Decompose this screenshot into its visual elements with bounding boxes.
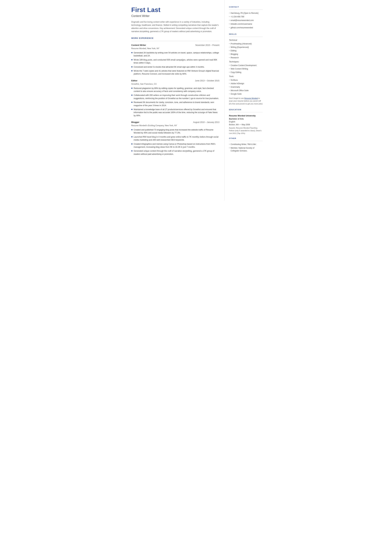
contact-divider: [229, 10, 263, 10]
job-bullets-0: Generated 2K backlinks by writing over 5…: [131, 51, 219, 76]
job-header-2: Blogger August 2010 – January 2013: [131, 121, 219, 124]
bullet-item: Conceived and wrote 5 e-books that attra…: [131, 66, 219, 69]
job-bullets-2: Created and published 73 engaging blog p…: [131, 128, 219, 156]
skill-item: Grammarly: [229, 86, 263, 88]
bullet-dot: [131, 102, 133, 103]
work-experience-divider: [131, 41, 219, 41]
candidate-name: First Last: [131, 6, 219, 13]
edu-field: English: [229, 120, 263, 123]
summary-text: Dogmatic and fun-loving content writer w…: [131, 20, 219, 33]
job-company-1: Growthsi, San Francisco, CA: [131, 83, 219, 86]
contact-item-email: email@resumeworded.com: [229, 19, 263, 22]
bullet-item: Wrote the 7 web copies and 41 articles t…: [131, 70, 219, 76]
work-experience-label: WORK EXPERIENCE: [131, 37, 219, 40]
bullet-item: Generated 2K backlinks by writing over 5…: [131, 51, 219, 57]
bullet-dot: [131, 109, 133, 110]
bullet-dot: [131, 88, 133, 89]
skill-item: Proofreading (Advanced): [229, 42, 263, 45]
job-header-1: Editor June 2013 – October 2015: [131, 79, 219, 82]
resume-page: First Last Content Writer Dogmatic and f…: [125, 0, 267, 201]
job-block-1: Editor June 2013 – October 2015 Growthsi…: [131, 79, 219, 117]
job-bullets-1: Reduced plagiarism by 89% by editing cop…: [131, 87, 219, 117]
edu-awards: Awards: Resume Worded Teaching Fellow (o…: [229, 127, 263, 135]
bullet-item: Reduced plagiarism by 89% by editing cop…: [131, 87, 219, 93]
other-item: Contributing Writer, 'RW & Me'.: [229, 143, 263, 146]
other-section: Contributing Writer, 'RW & Me'. Member, …: [229, 143, 263, 152]
bullet-dot: [131, 150, 133, 151]
contact-item-phone: +1-234-456-789: [229, 15, 263, 18]
contact-item-github: github.com/resumeworded: [229, 26, 263, 29]
edu-school: Resume Worded University: [229, 114, 263, 117]
other-list: Contributing Writer, 'RW & Me'. Member, …: [229, 143, 263, 152]
bullet-dot: [131, 129, 133, 130]
bullet-dot: [131, 95, 133, 96]
technical-skills-list: Proofreading (Advanced) Writing (Experie…: [229, 42, 263, 59]
edu-degree: Bachelor of Arts: [229, 118, 263, 120]
job-company-2: Resume Worded's Exciting Company, New Yo…: [131, 124, 219, 127]
skill-item: Google Suite: [229, 92, 263, 95]
education-block: Resume Worded University Bachelor of Art…: [229, 114, 263, 135]
left-column: First Last Content Writer Dogmatic and f…: [125, 0, 224, 201]
skill-item: Copy Editing: [229, 71, 263, 74]
job-title-1: Editor: [131, 79, 138, 82]
job-dates-1: June 2013 – October 2015: [195, 79, 219, 82]
skill-item: Scrittura: [229, 79, 263, 82]
bullet-item: Generated unique content through the cra…: [131, 150, 219, 156]
tools-category-label: Tools:: [229, 75, 263, 78]
bullet-item: Reviewed 3K documents for clarity, conci…: [131, 101, 219, 107]
promo-link[interactable]: Resume Worded: [244, 97, 258, 99]
contact-item-linkedin: linkedin.com/in/username: [229, 23, 263, 25]
bullet-dot: [131, 136, 133, 137]
skills-section: Technical: Proofreading (Advanced) Writi…: [229, 39, 263, 105]
promo-text: Don't forget to use Resume Worded to sca…: [229, 97, 263, 105]
skill-item: Blogging: [229, 53, 263, 56]
bullet-item: Created and published 73 engaging blog p…: [131, 128, 219, 134]
skill-item: Web Content Writing: [229, 67, 263, 70]
bullet-dot: [131, 59, 133, 60]
bullet-item: Created infographics and memes using Can…: [131, 143, 219, 149]
other-item: Member, National Society of Collegiate S…: [229, 147, 263, 152]
education-label: EDUCATION: [229, 108, 263, 111]
skill-item: Creative Content Development: [229, 64, 263, 67]
skill-item: Research: [229, 56, 263, 59]
education-divider: [229, 112, 263, 112]
bullet-item: Launched RW travel blog in 4 months and …: [131, 135, 219, 142]
job-block-2: Blogger August 2010 – January 2013 Resum…: [131, 121, 219, 156]
techniques-skills-list: Creative Content Development Web Content…: [229, 64, 263, 74]
skills-label: SKILLS: [229, 33, 263, 35]
contact-label: CONTACT: [229, 6, 263, 8]
bullet-dot: [131, 66, 133, 67]
bullet-item: Collaborated with 200 writers on improvi…: [131, 94, 219, 100]
job-header-0: Content Writer November 2015 – Present: [131, 44, 219, 47]
candidate-title: Content Writer: [131, 14, 219, 18]
job-dates-2: August 2010 – January 2013: [193, 121, 219, 124]
other-label: OTHER: [229, 137, 263, 140]
bullet-dot: [131, 70, 133, 71]
technical-category-label: Technical:: [229, 39, 263, 42]
job-company-0: Resume Worded, New York, NY: [131, 47, 219, 50]
right-column: CONTACT Harrisburg, PA (Open to Remote) …: [224, 0, 267, 201]
skill-item: Writing (Experienced): [229, 46, 263, 49]
job-block-0: Content Writer November 2015 – Present R…: [131, 44, 219, 76]
job-title-0: Content Writer: [131, 44, 146, 47]
skill-item: Adobe InDesign: [229, 82, 263, 85]
contact-item-location: Harrisburg, PA (Open to Remote): [229, 12, 263, 14]
skill-item: Microsoft Office Suite: [229, 89, 263, 92]
skill-item: Editing: [229, 49, 263, 52]
bullet-dot: [131, 52, 133, 53]
job-title-2: Blogger: [131, 121, 140, 124]
contact-list: Harrisburg, PA (Open to Remote) +1-234-4…: [229, 12, 263, 29]
bullet-item: Maintained a knowledge base of all 27 pr…: [131, 108, 219, 117]
bullet-item: Wrote 189 blog posts, and conducted 505 …: [131, 58, 219, 65]
job-dates-0: November 2015 – Present: [196, 44, 219, 47]
tools-skills-list: Scrittura Adobe InDesign Grammarly Micro…: [229, 79, 263, 95]
techniques-category-label: Techniques:: [229, 60, 263, 63]
bullet-dot: [131, 143, 133, 145]
edu-location: Boston, MA — May 2009: [229, 123, 263, 126]
